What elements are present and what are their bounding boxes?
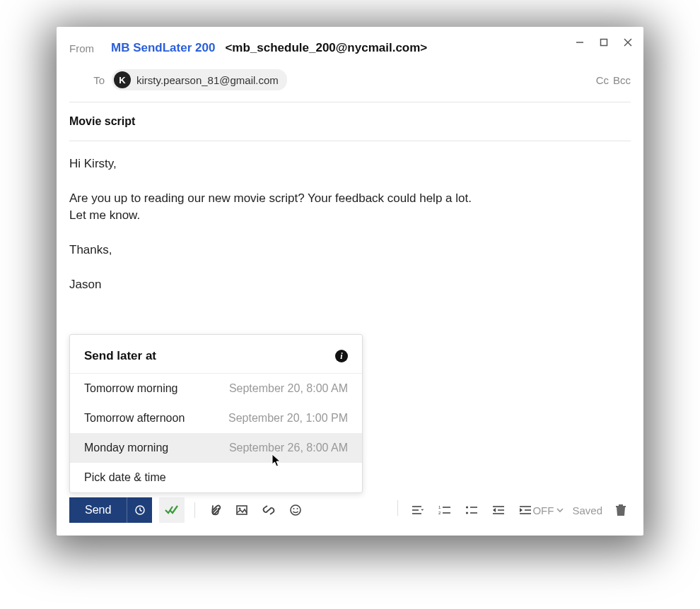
- option-pick-date[interactable]: Pick date & time: [70, 463, 362, 492]
- align-icon[interactable]: [408, 500, 428, 520]
- svg-rect-31: [616, 506, 626, 507]
- chevron-down-icon: [556, 507, 564, 514]
- cc-link[interactable]: Cc: [596, 74, 609, 86]
- from-account-name[interactable]: MB SendLater 200: [111, 41, 215, 55]
- body-line1: Are you up to reading our new movie scri…: [69, 190, 631, 208]
- compose-window: From MB SendLater 200 <mb_schedule_200@n…: [57, 27, 643, 536]
- recipient-chip[interactable]: K kirsty.pearson_81@gmail.com: [112, 69, 287, 90]
- to-row[interactable]: To K kirsty.pearson_81@gmail.com CcBcc: [69, 64, 631, 102]
- tracking-button[interactable]: [159, 497, 185, 523]
- attach-icon[interactable]: [205, 500, 225, 520]
- body-thanks: Thanks,: [69, 242, 631, 259]
- bcc-link[interactable]: Bcc: [613, 74, 631, 86]
- svg-text:1: 1: [438, 505, 441, 509]
- option-label: Monday morning: [84, 442, 168, 454]
- numbered-list-icon[interactable]: 12: [435, 500, 455, 520]
- popup-title: Send later at: [84, 349, 156, 363]
- formatting-toggle[interactable]: OFF: [532, 504, 564, 516]
- svg-line-9: [267, 509, 271, 512]
- to-label: To: [69, 74, 112, 86]
- svg-point-20: [466, 506, 468, 508]
- minimize-icon[interactable]: [574, 37, 585, 48]
- option-label: Tomorrow afternoon: [84, 412, 185, 425]
- recipient-email: kirsty.pearson_81@gmail.com: [136, 74, 279, 86]
- send-button[interactable]: Send: [69, 497, 127, 523]
- subject-field[interactable]: Movie script: [69, 102, 631, 141]
- popup-header: Send later at i: [70, 335, 362, 374]
- svg-rect-1: [601, 40, 607, 46]
- emoji-icon[interactable]: [286, 500, 305, 520]
- delete-icon[interactable]: [611, 500, 631, 520]
- from-label: From: [69, 42, 101, 54]
- svg-point-12: [297, 508, 298, 509]
- saved-status: Saved: [572, 504, 602, 516]
- image-icon[interactable]: [232, 500, 252, 520]
- option-date: September 26, 8:00 AM: [229, 442, 348, 454]
- option-monday-morning[interactable]: Monday morning September 26, 8:00 AM: [70, 433, 362, 463]
- option-label: Tomorrow morning: [84, 382, 177, 395]
- svg-rect-30: [619, 504, 623, 506]
- off-label: OFF: [532, 504, 554, 516]
- avatar: K: [114, 71, 131, 88]
- info-icon[interactable]: i: [335, 350, 348, 362]
- from-account-email: <mb_schedule_200@nycmail.com>: [225, 41, 427, 55]
- link-icon[interactable]: [259, 500, 279, 520]
- maximize-icon[interactable]: [598, 37, 609, 48]
- format-toolbar: 12: [395, 500, 535, 520]
- svg-text:2: 2: [438, 511, 441, 515]
- body-greeting: Hi Kirsty,: [69, 155, 631, 173]
- close-icon[interactable]: [622, 37, 634, 48]
- option-tomorrow-morning[interactable]: Tomorrow morning September 20, 8:00 AM: [70, 374, 362, 403]
- bullet-list-icon[interactable]: [462, 500, 482, 520]
- send-later-button[interactable]: [127, 497, 152, 523]
- indent-icon[interactable]: [515, 500, 535, 520]
- cc-bcc: CcBcc: [596, 74, 631, 86]
- window-controls: [574, 37, 634, 48]
- divider: [194, 502, 195, 518]
- option-date: September 20, 8:00 AM: [229, 382, 348, 395]
- svg-point-21: [466, 512, 468, 514]
- body-signature: Jason: [69, 276, 631, 294]
- svg-point-11: [293, 508, 295, 509]
- body-line2: Let me know.: [69, 207, 631, 225]
- send-button-group: Send: [69, 497, 152, 523]
- outdent-icon[interactable]: [489, 500, 508, 520]
- toolbar-right: OFF Saved: [532, 500, 631, 520]
- option-label: Pick date & time: [84, 471, 166, 484]
- compose-toolbar: Send 12: [69, 497, 631, 523]
- svg-line-6: [140, 510, 142, 512]
- divider: [397, 500, 398, 516]
- svg-point-10: [291, 505, 301, 515]
- message-body[interactable]: Hi Kirsty, Are you up to reading our new…: [69, 141, 631, 324]
- send-later-popup: Send later at i Tomorrow morning Septemb…: [69, 334, 363, 493]
- from-row: From MB SendLater 200 <mb_schedule_200@n…: [69, 41, 631, 55]
- option-tomorrow-afternoon[interactable]: Tomorrow afternoon September 20, 1:00 PM: [70, 403, 362, 433]
- option-date: September 20, 1:00 PM: [228, 412, 348, 425]
